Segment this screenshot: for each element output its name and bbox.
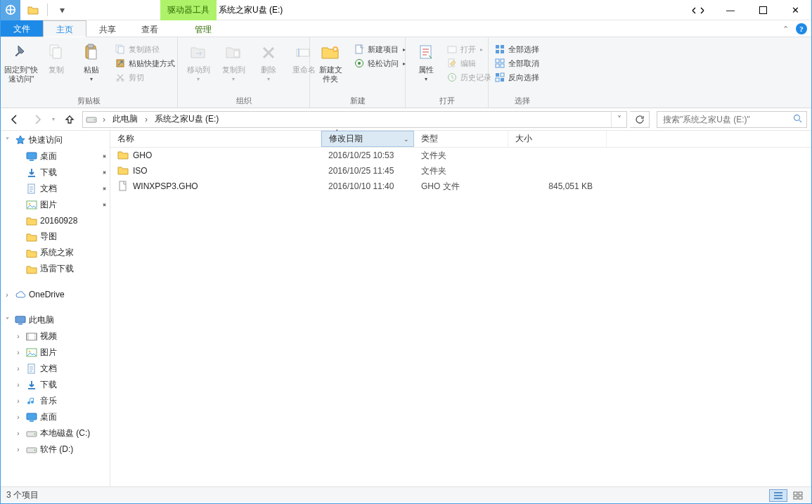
chevron-down-icon[interactable]: ⌄ — [404, 136, 409, 143]
file-tab[interactable]: 文件 — [1, 20, 43, 37]
tree-node[interactable]: › 文档 — [1, 361, 110, 377]
tree-node[interactable]: 下载 ✦ — [1, 164, 110, 181]
col-date[interactable]: 修改日期⌄ — [321, 131, 414, 147]
collapse-ribbon-icon[interactable]: ⌃ — [782, 25, 789, 34]
expand-icon[interactable]: › — [13, 429, 23, 437]
breadcrumb-segment-1[interactable]: 系统之家U盘 (E:) — [152, 112, 221, 127]
nav-back-button[interactable] — [5, 110, 25, 129]
tree-node[interactable]: 文档 ✦ — [1, 181, 110, 197]
fullscreen-toggle-icon[interactable] — [682, 0, 714, 20]
chevron-right-icon[interactable]: › — [142, 115, 150, 124]
tree-node[interactable]: › 图片 — [1, 344, 110, 361]
tree-node-label: 下载 — [40, 167, 57, 179]
expand-icon[interactable]: ˅ — [2, 316, 12, 324]
manage-tab[interactable]: 管理 — [182, 20, 224, 37]
qat-overflow-icon[interactable]: ▾ — [55, 3, 69, 17]
expand-icon[interactable]: › — [13, 446, 23, 453]
history-icon — [446, 72, 458, 83]
refresh-button[interactable] — [630, 111, 650, 128]
paste-shortcut-button[interactable]: 粘贴快捷方式 — [113, 57, 176, 70]
svg-rect-23 — [496, 45, 499, 49]
rename-button[interactable]: 重命名 — [288, 41, 320, 75]
tree-node[interactable]: › 视频 — [1, 328, 110, 344]
search-icon[interactable] — [793, 114, 802, 125]
nav-history-dropdown-icon[interactable]: ▾ — [50, 116, 57, 122]
select-all-button[interactable]: 全部选择 — [493, 43, 541, 56]
cut-button[interactable]: 剪切 — [113, 71, 176, 84]
expand-icon[interactable]: › — [2, 291, 12, 299]
qat-folder-icon[interactable] — [26, 3, 40, 17]
tree-node[interactable]: 桌面 ✦ — [1, 148, 110, 164]
expand-icon[interactable]: › — [13, 332, 23, 340]
tree-node[interactable]: › 音乐 — [1, 393, 110, 409]
tree-node[interactable]: › 软件 (D:) — [1, 441, 110, 458]
share-tab[interactable]: 共享 — [86, 20, 129, 37]
minimize-button[interactable] — [714, 0, 747, 20]
tree-node[interactable]: › OneDrive — [1, 287, 110, 302]
nav-forward-button[interactable] — [27, 110, 47, 129]
breadcrumb[interactable]: › 此电脑 › 系统之家U盘 (E:) ˅ — [82, 111, 627, 128]
maximize-button[interactable] — [747, 0, 779, 20]
view-tab[interactable]: 查看 — [129, 20, 171, 37]
tree-node[interactable]: 导图 — [1, 228, 110, 245]
nav-up-button[interactable] — [60, 110, 79, 129]
copy-path-button[interactable]: 复制路径 — [113, 43, 176, 56]
tree-node-label: 图片 — [40, 199, 57, 211]
select-none-button[interactable]: 全部取消 — [493, 57, 541, 70]
tree-node[interactable]: › 下载 — [1, 377, 110, 393]
paste-button[interactable]: 粘贴 ▾ — [75, 41, 108, 82]
help-icon[interactable]: ? — [796, 23, 807, 34]
tree-node-label: 本地磁盘 (C:) — [40, 427, 90, 439]
col-type[interactable]: 类型 — [414, 131, 508, 147]
chevron-right-icon[interactable]: › — [100, 115, 108, 124]
search-box[interactable] — [657, 111, 807, 128]
file-tab-label: 文件 — [13, 24, 30, 34]
expand-icon[interactable]: › — [13, 413, 23, 421]
open-caption: 打开 — [410, 96, 484, 108]
tree-node[interactable]: ˅ 此电脑 — [1, 312, 110, 328]
col-name[interactable]: 名称 — [110, 131, 321, 147]
expand-icon[interactable]: › — [13, 349, 23, 356]
table-row[interactable]: ISO 2016/10/25 11:45 文件夹 — [110, 163, 811, 179]
col-size[interactable]: 大小 — [508, 131, 607, 147]
delete-button[interactable]: 删除▾ — [252, 41, 285, 82]
paste-dropdown-icon[interactable]: ▾ — [90, 76, 93, 82]
properties-button[interactable]: 属性▾ — [410, 41, 442, 82]
breadcrumb-segment-0[interactable]: 此电脑 — [110, 112, 141, 127]
copy-button[interactable]: 复制 — [40, 41, 72, 75]
expand-icon[interactable]: › — [13, 397, 23, 405]
tree-node[interactable]: ˅ 快速访问 — [1, 132, 110, 148]
tree-node[interactable]: 图片 ✦ — [1, 197, 110, 213]
nav-tree[interactable]: ˅ 快速访问 桌面 ✦ 下载 ✦ 文档 ✦ 图片 ✦ 20160928 导图 系… — [1, 131, 110, 486]
history-button[interactable]: 历史记录 — [445, 71, 493, 84]
select-all-label: 全部选择 — [508, 44, 539, 55]
copy-to-button[interactable]: 复制到▾ — [217, 41, 250, 82]
paste-icon — [80, 41, 103, 64]
search-input[interactable] — [662, 114, 802, 125]
expand-icon[interactable]: › — [13, 381, 23, 389]
file-list: ▴ 名称 修改日期⌄ 类型 大小 GHO 2016/10/25 10:53 文件… — [110, 131, 811, 486]
invert-selection-button[interactable]: 反向选择 — [493, 71, 541, 84]
svg-point-47 — [29, 350, 31, 352]
tree-node[interactable]: › 本地磁盘 (C:) — [1, 425, 110, 441]
close-button[interactable] — [779, 0, 811, 20]
tree-node[interactable]: › 桌面 — [1, 409, 110, 425]
expand-icon[interactable]: › — [13, 365, 23, 373]
context-tab-drive-tools[interactable]: 驱动器工具 — [160, 0, 217, 20]
breadcrumb-dropdown-icon[interactable]: ˅ — [611, 112, 626, 127]
easy-access-button[interactable]: 轻松访问▸ — [352, 57, 407, 70]
tree-node[interactable]: 系统之家 — [1, 245, 110, 261]
move-to-button[interactable]: 移动到▾ — [182, 41, 214, 82]
table-row[interactable]: GHO 2016/10/25 10:53 文件夹 — [110, 148, 811, 163]
table-row[interactable]: WINXPSP3.GHO 2016/10/10 11:40 GHO 文件 845… — [110, 179, 811, 194]
new-item-button[interactable]: 新建项目▸ — [352, 43, 407, 56]
open-button[interactable]: 打开▸ — [445, 43, 493, 56]
home-tab[interactable]: 主页 — [43, 20, 86, 37]
tree-node[interactable]: 迅雷下载 — [1, 261, 110, 277]
large-icons-view-button[interactable] — [789, 489, 807, 502]
expand-icon[interactable]: ˅ — [2, 136, 12, 144]
edit-button[interactable]: 编辑 — [445, 57, 493, 70]
tree-node[interactable]: 20160928 — [1, 213, 110, 228]
pin-to-quick-access-button[interactable]: 固定到"快速访问" — [5, 41, 37, 84]
details-view-button[interactable] — [769, 489, 787, 502]
